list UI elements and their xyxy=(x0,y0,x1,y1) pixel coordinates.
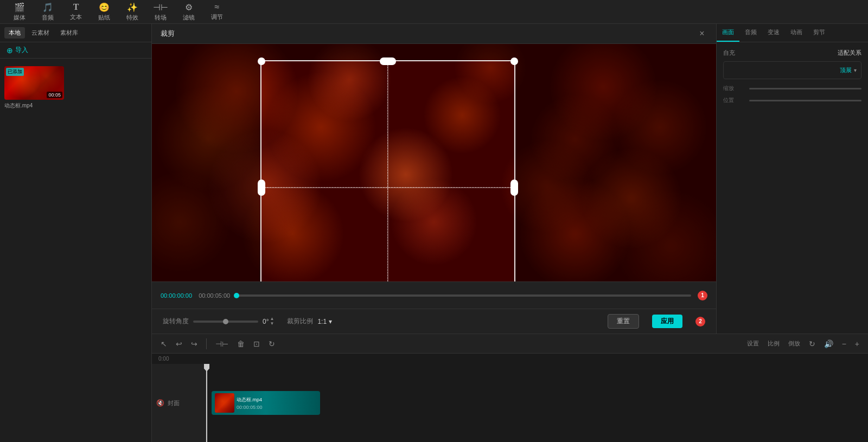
mute-icon[interactable]: 🔇 xyxy=(156,399,164,407)
playhead[interactable] xyxy=(206,364,207,442)
crop-title: 裁剪 xyxy=(161,29,175,39)
annotation-1-container: 1 xyxy=(698,291,707,300)
crop-header: 裁剪 × xyxy=(152,24,716,44)
timeline-settings-1[interactable]: 设置 xyxy=(745,338,761,349)
rotation-label: 旋转角度 xyxy=(163,317,189,326)
text-icon: T xyxy=(73,2,79,12)
crop-canvas[interactable] xyxy=(152,44,716,281)
toolbar-label-audio: 音频 xyxy=(42,14,54,22)
handle-right[interactable] xyxy=(510,180,518,196)
toolbar-item-effects[interactable]: ✨ 特效 xyxy=(118,1,146,23)
handle-tr[interactable] xyxy=(510,57,518,65)
clip-info: 动态框.mp4 00:00:05:00 xyxy=(237,396,263,410)
timeline-scrubber[interactable] xyxy=(237,294,691,297)
left-panel-tabs: 本地 云素材 素材库 xyxy=(0,24,151,42)
crop-selection-box[interactable] xyxy=(260,60,515,281)
apply-button[interactable]: 应用 xyxy=(652,315,682,328)
fit-dropdown[interactable]: 适配关系 xyxy=(838,49,861,57)
rotation-slider[interactable] xyxy=(193,321,258,323)
scale-row-1: 缩放 xyxy=(723,85,861,92)
ratio-dropdown[interactable]: 1:1 ▾ xyxy=(317,318,332,325)
fill-section: 自充 适配关系 xyxy=(723,49,861,57)
redo-button[interactable]: ↪ xyxy=(189,338,200,349)
tab-音频[interactable]: 音频 xyxy=(739,24,762,42)
media-item: 已添加 00:05 动态框.mp4 xyxy=(4,66,147,110)
rotation-value: 0° ▲ ▼ xyxy=(263,317,274,326)
dropdown-arrow-icon: ▾ xyxy=(329,318,332,325)
handle-tl[interactable] xyxy=(258,57,265,65)
loop-button[interactable]: ↻ xyxy=(266,338,277,349)
split-button[interactable]: ⊣⊢ xyxy=(213,338,231,349)
timeline-settings-2[interactable]: 比例 xyxy=(765,338,782,349)
tab-cloud[interactable]: 云素材 xyxy=(27,27,54,39)
tab-画面[interactable]: 画面 xyxy=(717,24,739,42)
timeline-controls: ↖ ↩ ↪ ⊣⊢ 🗑 ⊡ ↻ 设置 比例 倒放 ↻ 🔊 − + xyxy=(152,334,868,354)
crop-close-button[interactable]: × xyxy=(697,28,707,39)
scale-track-1[interactable] xyxy=(749,88,861,89)
sep-1 xyxy=(206,338,207,349)
rotation-arrows[interactable]: ▲ ▼ xyxy=(270,317,274,326)
playhead-dot xyxy=(234,293,239,298)
rotation-up-arrow[interactable]: ▲ xyxy=(270,317,274,321)
toolbar-label-effects: 特效 xyxy=(126,14,138,22)
timeline-settings-3[interactable]: 倒放 xyxy=(786,338,802,349)
main-area: 本地 云素材 素材库 ⊕ 导入 已添加 00:05 动态框.mp4 xyxy=(0,24,868,442)
toolbar-label-adjust: 调节 xyxy=(211,13,223,21)
toolbar-label-filter: 滤镜 xyxy=(183,14,195,22)
duration-badge: 00:05 xyxy=(47,92,62,98)
toolbar-item-audio[interactable]: 🎵 音频 xyxy=(34,1,62,23)
toolbar-item-sticker[interactable]: 😊 贴纸 xyxy=(90,1,118,23)
right-panel-content: 自充 适配关系 顶展 ▾ 缩放 位置 xyxy=(717,42,868,334)
detach-button[interactable]: ⊡ xyxy=(251,338,262,349)
audio-icon: 🎵 xyxy=(42,2,53,12)
fit-option-row: 顶展 ▾ xyxy=(728,66,857,74)
timeline-rotate-icon[interactable]: ↻ xyxy=(807,338,818,349)
track-label-row-1: 🔇 封面 xyxy=(156,399,201,407)
handle-top[interactable] xyxy=(380,57,396,65)
scale-label-1: 缩放 xyxy=(723,85,745,92)
tab-动画[interactable]: 动画 xyxy=(785,24,808,42)
delete-button[interactable]: 🗑 xyxy=(235,338,247,349)
timeline-ruler: 0:00 xyxy=(152,354,868,364)
current-time: 00:00:00:00 xyxy=(161,292,192,299)
added-badge: 已添加 xyxy=(6,68,24,76)
track-clip-main[interactable]: 动态框.mp4 00:00:05:00 xyxy=(212,391,320,415)
scale-track-2[interactable] xyxy=(749,100,861,101)
tab-变速[interactable]: 变速 xyxy=(762,24,785,42)
fit-options-panel: 顶展 ▾ xyxy=(723,61,861,79)
track-labels: 🔇 封面 xyxy=(152,364,206,442)
crop-bottom-bar: 旋转角度 0° ▲ ▼ 裁剪比例 xyxy=(152,309,716,334)
crop-timeline: 00:00:00:00 00:00:05:00 1 xyxy=(152,281,716,309)
clip-inner: 动态框.mp4 00:00:05:00 xyxy=(212,391,320,415)
timeline-audio-icon[interactable]: 🔊 xyxy=(822,338,835,349)
toolbar-item-adjust[interactable]: ≈ 调节 xyxy=(203,1,231,23)
crop-dialog: 裁剪 × xyxy=(152,24,716,334)
clip-duration: 00:00:05:00 xyxy=(237,405,263,410)
annotation-badge-1: 1 xyxy=(698,291,707,300)
media-name: 动态框.mp4 xyxy=(4,102,147,110)
media-thumbnail[interactable]: 已添加 00:05 xyxy=(4,66,64,100)
scale-label-2: 位置 xyxy=(723,97,745,104)
select-tool-button[interactable]: ↖ xyxy=(158,338,169,349)
toolbar-item-transition[interactable]: ⊣⊢ 转场 xyxy=(146,1,175,23)
apply-label: 应用 xyxy=(661,317,674,325)
transition-icon: ⊣⊢ xyxy=(153,2,168,12)
cover-label: 封面 xyxy=(168,399,180,407)
sticker-icon: 😊 xyxy=(99,2,110,12)
tab-library[interactable]: 素材库 xyxy=(56,27,82,39)
toolbar-item-text[interactable]: T 文本 xyxy=(62,1,90,23)
fit-option-label[interactable]: 顶展 xyxy=(840,66,852,74)
top-toolbar: 🎬 媒体 🎵 音频 T 文本 😊 贴纸 ✨ 特效 ⊣⊢ 转场 ⚙ 滤镜 ≈ 调节 xyxy=(0,0,868,24)
handle-left[interactable] xyxy=(258,180,265,196)
timeline-zoom-out[interactable]: − xyxy=(840,338,848,349)
right-panel-tabs: 画面 音频 变速 动画 剪节 xyxy=(717,24,868,42)
toolbar-item-media[interactable]: 🎬 媒体 xyxy=(5,1,34,23)
timeline-zoom-in[interactable]: + xyxy=(853,338,861,349)
toolbar-item-filter[interactable]: ⚙ 滤镜 xyxy=(175,1,203,23)
import-button[interactable]: ⊕ 导入 xyxy=(7,46,28,55)
rotation-down-arrow[interactable]: ▼ xyxy=(270,322,274,326)
reset-button[interactable]: 重置 xyxy=(608,314,639,329)
undo-button[interactable]: ↩ xyxy=(174,338,184,349)
tab-剪节[interactable]: 剪节 xyxy=(808,24,831,42)
tab-local[interactable]: 本地 xyxy=(4,27,25,39)
